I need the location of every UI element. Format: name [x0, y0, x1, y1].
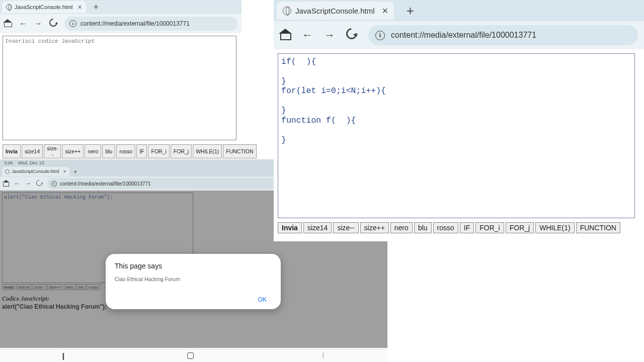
info-icon[interactable]: i: [51, 181, 57, 187]
browser-tab[interactable]: JavaScriptConsole.html ×: [2, 1, 86, 13]
new-tab-button[interactable]: +: [90, 1, 102, 13]
invia-button[interactable]: Invia: [3, 144, 21, 158]
browser-tab[interactable]: JavaScriptConsole.html ×: [277, 2, 394, 20]
tab-title: JavaScriptConsole.html: [15, 4, 73, 10]
home-icon[interactable]: [3, 181, 9, 187]
browser-tabbar: JavaScriptConsole.html × +: [0, 0, 242, 14]
browser-tab[interactable]: JavaScriptConsole.html ×: [2, 167, 69, 176]
invia-button[interactable]: Invia: [278, 222, 302, 233]
browser-navbar: ← → i content://media/external/file/1000…: [274, 21, 644, 49]
if-button[interactable]: IF: [136, 144, 147, 158]
recents-icon[interactable]: |||: [62, 352, 63, 360]
blu-button[interactable]: blu: [102, 144, 115, 158]
panel-empty-editor: JavaScriptConsole.html × + ← → i content…: [0, 0, 242, 158]
forward-icon[interactable]: →: [324, 29, 335, 42]
reload-icon[interactable]: [346, 28, 357, 42]
android-home-icon[interactable]: [187, 352, 194, 359]
tab-title: JavaScriptConsole.html: [295, 7, 375, 15]
panel-code-filled: JavaScriptConsole.html × + ← → i content…: [274, 0, 644, 241]
rosso-button[interactable]: rosso: [116, 144, 135, 158]
dialog-title: This page says: [115, 262, 272, 270]
back-icon[interactable]: ←: [14, 180, 20, 187]
url-text: content://media/external/file/1000013771: [60, 181, 151, 187]
android-navbar: ||| 〈: [0, 349, 387, 362]
globe-icon: [5, 169, 10, 174]
status-time: 3:06: [4, 160, 13, 165]
back-icon[interactable]: ←: [302, 29, 313, 42]
address-bar[interactable]: i content://media/external/file/10000137…: [368, 25, 638, 45]
new-tab-button[interactable]: +: [401, 2, 419, 20]
home-icon[interactable]: [4, 20, 12, 27]
back-icon[interactable]: ←: [19, 19, 27, 28]
alert-dialog: This page says Ciao Ethical Hacking Foru…: [106, 254, 281, 309]
code-input[interactable]: [278, 53, 635, 218]
close-icon[interactable]: ×: [382, 5, 388, 17]
size-plus-button[interactable]: size++: [62, 144, 84, 158]
code-input[interactable]: [3, 36, 236, 140]
new-tab-button[interactable]: +: [73, 168, 77, 175]
close-icon[interactable]: ×: [78, 3, 82, 11]
if-button[interactable]: IF: [460, 222, 474, 233]
fori-button[interactable]: FOR_i: [148, 144, 169, 158]
reload-icon[interactable]: [49, 19, 57, 29]
android-back-icon[interactable]: 〈: [318, 351, 325, 360]
tab-title: JavaScriptConsole.html: [12, 169, 59, 174]
reload-icon[interactable]: [36, 180, 42, 188]
close-icon[interactable]: ×: [63, 168, 66, 174]
browser-tabbar: JavaScriptConsole.html × +: [274, 0, 644, 21]
status-date: Wed, Dec 13: [18, 160, 44, 165]
size-minus-button[interactable]: size--: [333, 222, 358, 233]
function-button[interactable]: FUNCTION: [223, 144, 256, 158]
size-plus-button[interactable]: size++: [360, 222, 389, 233]
function-button[interactable]: FUNCTION: [576, 222, 620, 233]
nero-button[interactable]: nero: [390, 222, 413, 233]
size14-button[interactable]: size14: [22, 144, 43, 158]
info-icon[interactable]: i: [375, 31, 385, 40]
while-button[interactable]: WHILE(1): [535, 222, 574, 233]
globe-icon: [6, 4, 12, 10]
globe-icon: [283, 7, 291, 15]
button-row: Invia size14 size-- size++ nero blu ross…: [278, 222, 640, 233]
button-row: Invia size14 size-- size++ nero blu ross…: [3, 144, 239, 158]
size14-button[interactable]: size14: [303, 222, 332, 233]
url-text: content://media/external/file/1000013771: [80, 20, 190, 27]
forward-icon[interactable]: →: [34, 19, 42, 28]
forward-icon[interactable]: →: [25, 180, 31, 187]
fori-button[interactable]: FOR_i: [475, 222, 504, 233]
nero-button[interactable]: nero: [85, 144, 101, 158]
blu-button[interactable]: blu: [414, 222, 432, 233]
forj-button[interactable]: FOR_j: [171, 144, 192, 158]
url-text: content://media/external/file/1000013771: [391, 31, 536, 40]
home-icon[interactable]: [280, 30, 291, 40]
ok-button[interactable]: OK: [258, 296, 267, 303]
dialog-message: Ciao Ethical Hacking Forum: [115, 276, 272, 282]
forj-button[interactable]: FOR_j: [506, 222, 534, 233]
browser-navbar: ← → i content://media/external/file/1000…: [0, 14, 242, 33]
while-button[interactable]: WHILE(1): [193, 144, 222, 158]
rosso-button[interactable]: rosso: [433, 222, 458, 233]
address-bar[interactable]: i content://media/external/file/10000137…: [64, 17, 237, 31]
info-icon[interactable]: i: [69, 20, 76, 27]
size-minus-button[interactable]: size--: [44, 144, 61, 158]
